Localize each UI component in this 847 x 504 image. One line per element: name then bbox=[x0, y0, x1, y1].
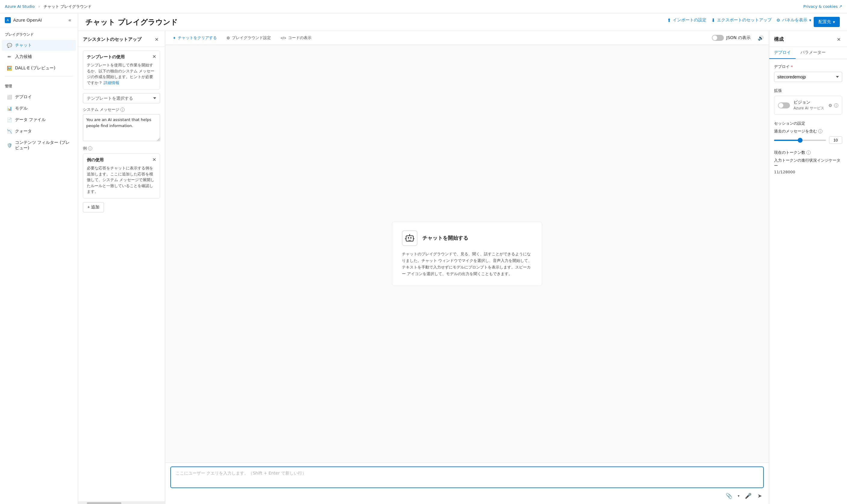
example-use-card: 例の使用 ✕ 必要な応答をチャットに表示する例を追加します。ここに追加した応答を… bbox=[83, 154, 160, 199]
vision-gear-button[interactable]: ⚙ bbox=[828, 103, 832, 108]
toggle-slider bbox=[712, 35, 724, 41]
tab-deploy[interactable]: デプロイ bbox=[769, 47, 796, 59]
section-playground-label: プレイグラウンド bbox=[0, 27, 78, 40]
deploy-select-wrapper: sitecoredemojp bbox=[774, 72, 842, 82]
sidebar-divider bbox=[5, 76, 73, 77]
azure-openai-icon: A bbox=[5, 17, 11, 23]
config-tabs: デプロイ パラメーター bbox=[769, 47, 847, 59]
vision-info-button[interactable]: i bbox=[834, 103, 838, 108]
token-info-icon[interactable]: i bbox=[807, 150, 811, 155]
extension-section: 拡張 ビジョン Azure AI サービス ⚙ bbox=[774, 88, 842, 115]
system-message-label: システム メッセージ i bbox=[83, 107, 160, 112]
sidebar-brand-label: Azure OpenAI bbox=[13, 18, 42, 22]
sidebar: A Azure OpenAI « プレイグラウンド 💬 チャット ✏️ 入力候補… bbox=[0, 13, 78, 504]
export-setup-button[interactable]: ⬇ エクスポートのセットアップ bbox=[711, 17, 772, 23]
json-toggle[interactable] bbox=[712, 35, 724, 41]
playground-settings-button[interactable]: ⚙ プレイグラウンド設定 bbox=[224, 34, 273, 42]
microphone-button[interactable]: 🎤 bbox=[744, 491, 753, 500]
sidebar-item-content-filter[interactable]: 🛡️ コンテンツ フィルター (プレビュー) bbox=[2, 137, 76, 154]
sidebar-item-data-files[interactable]: 📄 データ ファイル bbox=[2, 114, 76, 125]
sidebar-item-models[interactable]: 📊 モデル bbox=[2, 103, 76, 114]
required-star: * bbox=[791, 65, 793, 69]
token-count: 11/128000 bbox=[774, 170, 842, 174]
deploy-chevron-icon: ▾ bbox=[833, 19, 835, 24]
sidebar-item-label: デプロイ bbox=[15, 94, 32, 100]
json-toggle-container: JSON の表示 bbox=[712, 35, 751, 41]
template-select[interactable]: テンプレートを選択する bbox=[83, 93, 160, 103]
chat-input[interactable] bbox=[170, 466, 764, 488]
code-icon: </> bbox=[281, 36, 286, 40]
vision-title: ビジョン bbox=[794, 100, 825, 105]
show-code-button[interactable]: </> コードの表示 bbox=[278, 34, 314, 42]
extension-label: 拡張 bbox=[774, 88, 842, 93]
breadcrumb-studio-link[interactable]: Azure AI Studio bbox=[5, 4, 35, 9]
token-section: 現在のトークン数 i 入力トークンの進行状況インジケーター 11/128000 bbox=[774, 150, 842, 174]
sidebar-item-completion[interactable]: ✏️ 入力候補 bbox=[2, 51, 76, 62]
deploy-button[interactable]: 配置先 ▾ bbox=[814, 17, 840, 27]
attach-file-button[interactable]: 📎 bbox=[724, 491, 734, 500]
sidebar-item-dalle[interactable]: 🖼️ DALL·E (プレビュー) bbox=[2, 63, 76, 74]
input-token-label: 入力トークンの進行状況インジケーター bbox=[774, 158, 842, 168]
tab-parameters[interactable]: パラメーター bbox=[796, 47, 830, 59]
messages-slider[interactable] bbox=[774, 140, 826, 141]
messages-slider-value[interactable]: 10 bbox=[829, 137, 842, 144]
speaker-button[interactable]: 🔊 bbox=[758, 35, 764, 41]
import-settings-button[interactable]: ⬆ インポートの設定 bbox=[667, 17, 706, 23]
scroll-thumb bbox=[87, 502, 122, 504]
config-panel-title: 構成 bbox=[774, 36, 783, 43]
system-message-textarea[interactable]: You are an AI assistant that helps peopl… bbox=[83, 114, 160, 141]
completion-icon: ✏️ bbox=[6, 54, 12, 59]
example-card-close-button[interactable]: ✕ bbox=[151, 156, 157, 163]
deploy-select[interactable]: sitecoredemojp bbox=[774, 72, 842, 82]
template-card-title: テンプレートの使用 bbox=[87, 54, 156, 60]
topbar: Azure AI Studio › チャット プレイグラウンド Privacy … bbox=[0, 0, 847, 13]
add-example-button[interactable]: + 追加 bbox=[83, 202, 104, 212]
session-settings-section: セッションの設定 過去のメッセージを含む i 10 bbox=[774, 121, 842, 144]
clear-chat-icon: ✦ bbox=[173, 36, 176, 40]
assistant-panel-header: アシスタントのセットアップ ✕ bbox=[78, 31, 165, 47]
vision-info-icon: i bbox=[834, 103, 838, 108]
token-label: 現在のトークン数 i bbox=[774, 150, 842, 155]
deploy-section: デプロイ * sitecoredemojp bbox=[774, 64, 842, 82]
sidebar-item-label: コンテンツ フィルター (プレビュー) bbox=[15, 140, 71, 151]
chat-body: チャットを開始する チャットのプレイグラウンドで、見る、聞く、話すことができるよ… bbox=[165, 45, 769, 463]
clear-chat-button[interactable]: ✦ チャットをクリアする bbox=[170, 34, 219, 42]
sidebar-item-deploy[interactable]: ⬜ デプロイ bbox=[2, 92, 76, 103]
privacy-cookies-link[interactable]: Privacy & cookies ↗ bbox=[804, 4, 842, 9]
config-panel-header: 構成 ✕ bbox=[769, 31, 847, 47]
data-files-icon: 📄 bbox=[6, 117, 12, 123]
json-toggle-label: JSON の表示 bbox=[726, 35, 751, 40]
example-card-text: 必要な応答をチャットに表示する例を追加します。ここに追加した応答を模倣して、シス… bbox=[87, 165, 156, 195]
past-messages-info-icon[interactable]: i bbox=[818, 129, 822, 133]
dalle-icon: 🖼️ bbox=[6, 66, 12, 71]
chat-welcome-header: チャットを開始する bbox=[402, 230, 532, 246]
config-panel-close-button[interactable]: ✕ bbox=[835, 36, 842, 43]
system-message-info-icon[interactable]: i bbox=[121, 108, 125, 112]
sidebar-collapse-button[interactable]: « bbox=[67, 17, 73, 23]
quota-icon: 📉 bbox=[6, 129, 12, 134]
example-section-label: 例 i bbox=[83, 146, 160, 151]
send-icon: ➤ bbox=[757, 493, 762, 499]
assistant-panel-close-button[interactable]: ✕ bbox=[153, 36, 160, 43]
sidebar-item-label: データ ファイル bbox=[15, 117, 46, 123]
send-button[interactable]: ➤ bbox=[756, 491, 763, 500]
sidebar-item-chat[interactable]: 💬 チャット bbox=[2, 40, 76, 51]
sidebar-header: A Azure OpenAI « bbox=[0, 13, 78, 27]
example-info-icon[interactable]: i bbox=[88, 146, 92, 150]
page-header: チャット プレイグラウンド ⬆ インポートの設定 ⬇ エクスポートのセットアップ… bbox=[78, 13, 847, 31]
export-icon: ⬇ bbox=[711, 17, 715, 23]
page-title: チャット プレイグラウンド bbox=[85, 17, 178, 31]
template-detail-link[interactable]: 詳細情報 bbox=[104, 80, 119, 85]
sidebar-item-quota[interactable]: 📉 クォータ bbox=[2, 126, 76, 137]
content-filter-icon: 🛡️ bbox=[6, 143, 12, 148]
breadcrumb: Azure AI Studio › チャット プレイグラウンド bbox=[5, 4, 92, 9]
template-card-close-button[interactable]: ✕ bbox=[151, 53, 157, 60]
attach-dropdown-button[interactable]: ▾ bbox=[737, 493, 740, 499]
sidebar-item-label: クォータ bbox=[15, 129, 32, 134]
paperclip-icon: 📎 bbox=[726, 493, 732, 499]
content-area: アシスタントのセットアップ ✕ テンプレートの使用 ✕ テンプレートを使用して作… bbox=[78, 31, 847, 504]
chat-bot-icon bbox=[402, 230, 417, 246]
show-panel-button[interactable]: ⚙ パネルを表示 ▾ bbox=[776, 17, 811, 23]
chat-panel: ✦ チャットをクリアする ⚙ プレイグラウンド設定 </> コードの表示 bbox=[165, 31, 769, 504]
vision-toggle-switch[interactable] bbox=[778, 103, 790, 108]
